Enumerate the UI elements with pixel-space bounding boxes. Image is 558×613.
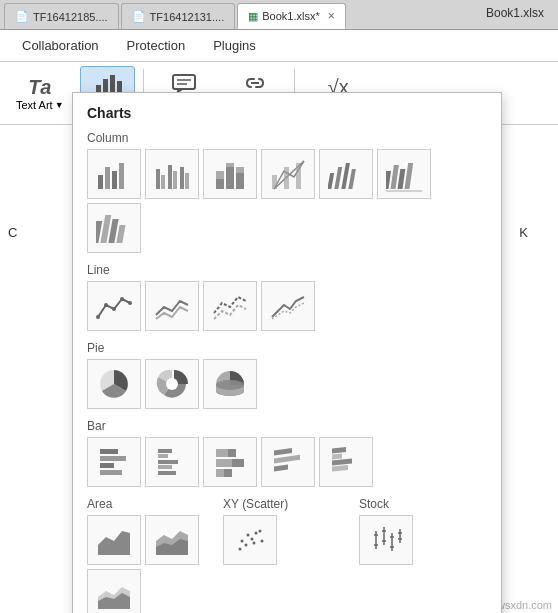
chart-bar-4[interactable] (261, 437, 315, 487)
text-art-icon: Tа (28, 75, 51, 99)
watermark: wsxdn.com (497, 599, 552, 611)
doc-icon-2: 📄 (132, 10, 146, 23)
chart-stock-1[interactable] (359, 515, 413, 565)
svg-rect-69 (332, 447, 346, 453)
svg-rect-15 (168, 165, 172, 189)
close-icon[interactable]: × (328, 9, 335, 23)
svg-rect-13 (156, 169, 160, 189)
svg-rect-11 (112, 171, 117, 189)
stock-grid (359, 515, 487, 565)
svg-rect-63 (216, 459, 232, 467)
area-grid (87, 515, 215, 613)
ribbon-tabs: Collaboration Protection Plugins (0, 30, 558, 62)
svg-rect-20 (216, 171, 224, 179)
svg-rect-21 (226, 167, 234, 189)
svg-point-43 (104, 303, 108, 307)
svg-rect-17 (180, 167, 184, 189)
line-grid (87, 281, 487, 331)
chart-column-3[interactable] (203, 149, 257, 199)
tab-collaboration[interactable]: Collaboration (8, 30, 113, 61)
tab-bar: 📄 TF16412185.... 📄 TF16412131.... ▦ Book… (0, 0, 558, 30)
tab-book1-label: Book1.xlsx* (262, 10, 319, 22)
chart-pie-1[interactable] (87, 359, 141, 409)
svg-rect-24 (236, 167, 244, 173)
svg-point-44 (112, 307, 116, 311)
svg-rect-55 (158, 449, 172, 453)
column-grid (87, 149, 487, 253)
svg-point-46 (128, 301, 132, 305)
chart-scatter-1[interactable] (223, 515, 277, 565)
svg-rect-22 (226, 163, 234, 167)
svg-rect-9 (98, 175, 103, 189)
bar-grid (87, 437, 487, 487)
chart-column-5[interactable] (319, 149, 373, 199)
svg-rect-18 (185, 173, 189, 189)
chart-line-3[interactable] (203, 281, 257, 331)
text-art-arrow: ▼ (55, 100, 64, 110)
svg-rect-19 (216, 179, 224, 189)
svg-rect-61 (216, 449, 228, 457)
chart-pie-3[interactable] (203, 359, 257, 409)
svg-rect-59 (158, 471, 176, 475)
chart-column-4[interactable] (261, 149, 315, 199)
svg-rect-34 (391, 165, 399, 189)
tab-plugins[interactable]: Plugins (199, 30, 270, 61)
area-section: Area (87, 497, 215, 613)
svg-rect-71 (332, 458, 352, 465)
svg-point-81 (251, 538, 254, 541)
tab-tf2[interactable]: 📄 TF16412131.... (121, 3, 236, 29)
chart-bar-2[interactable] (145, 437, 199, 487)
chart-area-3[interactable] (87, 569, 141, 613)
pie-label: Pie (87, 341, 487, 355)
svg-rect-56 (158, 454, 168, 458)
svg-rect-33 (386, 171, 391, 189)
svg-point-86 (261, 540, 264, 543)
svg-rect-54 (100, 470, 122, 475)
column-label: Column (87, 131, 487, 145)
pie-grid (87, 359, 487, 409)
pie-section: Pie (87, 341, 487, 409)
svg-rect-23 (236, 173, 244, 189)
svg-rect-53 (100, 463, 114, 468)
tab-book1[interactable]: ▦ Book1.xlsx* × (237, 3, 346, 29)
svg-marker-73 (98, 531, 130, 555)
doc-icon: 📄 (15, 10, 29, 23)
svg-rect-67 (274, 455, 300, 464)
text-art-button[interactable]: Tа Text Art ▼ (8, 71, 72, 115)
chart-column-1[interactable] (87, 149, 141, 199)
svg-point-84 (259, 530, 262, 533)
area-label: Area (87, 497, 215, 511)
file-title: Book1.xlsx (472, 0, 558, 26)
svg-rect-27 (284, 167, 289, 189)
xy-grid (223, 515, 351, 565)
svg-rect-65 (216, 469, 224, 477)
svg-rect-32 (348, 169, 356, 189)
chart-line-2[interactable] (145, 281, 199, 331)
chart-bar-5[interactable] (319, 437, 373, 487)
chart-column-6[interactable] (377, 149, 431, 199)
chart-bar-3[interactable] (203, 437, 257, 487)
line-section: Line (87, 263, 487, 331)
chart-line-1[interactable] (87, 281, 141, 331)
chart-line-4[interactable] (261, 281, 315, 331)
chart-area-2[interactable] (145, 515, 199, 565)
svg-rect-31 (341, 163, 350, 189)
chart-pie-2[interactable] (145, 359, 199, 409)
svg-point-42 (96, 315, 100, 319)
svg-point-79 (245, 544, 248, 547)
chart-bar-1[interactable] (87, 437, 141, 487)
chart-area-1[interactable] (87, 515, 141, 565)
svg-rect-16 (173, 171, 177, 189)
cell-k: K (519, 225, 528, 240)
svg-rect-72 (332, 465, 348, 472)
svg-point-85 (253, 542, 256, 545)
tab-protection[interactable]: Protection (113, 30, 200, 61)
stock-section: Stock (359, 497, 487, 613)
xy-section: XY (Scatter) (223, 497, 351, 613)
svg-rect-12 (119, 163, 124, 189)
tab-tf2-label: TF16412131.... (150, 11, 225, 23)
tab-tf1[interactable]: 📄 TF16412185.... (4, 3, 119, 29)
svg-point-83 (255, 532, 258, 535)
chart-column-7[interactable] (87, 203, 141, 253)
chart-column-2[interactable] (145, 149, 199, 199)
